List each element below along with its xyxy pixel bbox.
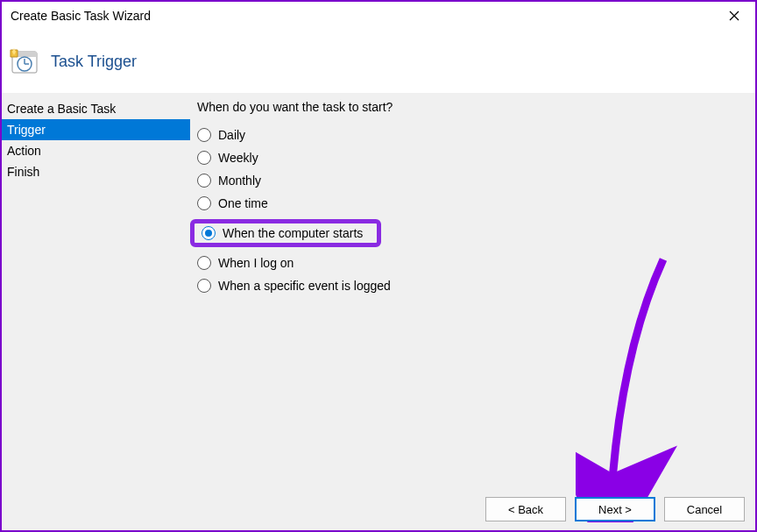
radio-icon [197, 151, 211, 165]
radio-label: Monthly [218, 174, 261, 188]
radio-one-time[interactable]: One time [197, 196, 738, 210]
back-button[interactable]: < Back [485, 497, 566, 521]
window-title: Create Basic Task Wizard [11, 9, 151, 23]
next-button[interactable]: Next > [575, 497, 655, 521]
radio-icon [197, 128, 211, 142]
radio-daily[interactable]: Daily [197, 128, 738, 142]
wizard-button-row: < Back Next > Cancel [485, 497, 745, 521]
titlebar: Create Basic Task Wizard [2, 2, 755, 30]
close-icon [729, 11, 739, 21]
main-panel: When do you want the task to start? Dail… [190, 93, 755, 530]
wizard-steps-sidebar: Create a Basic Task Trigger Action Finis… [2, 93, 190, 530]
sidebar-step-create[interactable]: Create a Basic Task [2, 98, 190, 119]
sidebar-step-finish[interactable]: Finish [2, 161, 190, 182]
radio-label: Weekly [218, 151, 258, 165]
radio-computer-starts[interactable]: When the computer starts [197, 226, 363, 240]
radio-icon [197, 174, 211, 188]
wizard-window: Create Basic Task Wizard Task Trigger Cr… [0, 0, 757, 532]
radio-monthly[interactable]: Monthly [197, 174, 738, 188]
radio-label: When a specific event is logged [218, 279, 391, 293]
radio-label: When the computer starts [223, 226, 363, 240]
content-area: Create a Basic Task Trigger Action Finis… [2, 93, 755, 530]
radio-log-on[interactable]: When I log on [197, 256, 738, 270]
radio-label: Daily [218, 128, 245, 142]
radio-label: When I log on [218, 256, 294, 270]
trigger-question: When do you want the task to start? [197, 100, 738, 114]
wizard-header: Task Trigger [2, 30, 755, 93]
radio-icon-checked [202, 226, 216, 240]
radio-icon [197, 256, 211, 270]
annotation-highlight: When the computer starts [190, 219, 381, 247]
sidebar-step-trigger[interactable]: Trigger [2, 119, 190, 140]
radio-icon [197, 279, 211, 293]
close-button[interactable] [720, 4, 748, 28]
task-scheduler-icon [9, 46, 39, 76]
cancel-button[interactable]: Cancel [664, 497, 745, 521]
radio-label: One time [218, 196, 268, 210]
sidebar-step-action[interactable]: Action [2, 140, 190, 161]
radio-icon [197, 196, 211, 210]
radio-weekly[interactable]: Weekly [197, 151, 738, 165]
radio-specific-event[interactable]: When a specific event is logged [197, 279, 738, 293]
wizard-page-title: Task Trigger [51, 53, 137, 71]
